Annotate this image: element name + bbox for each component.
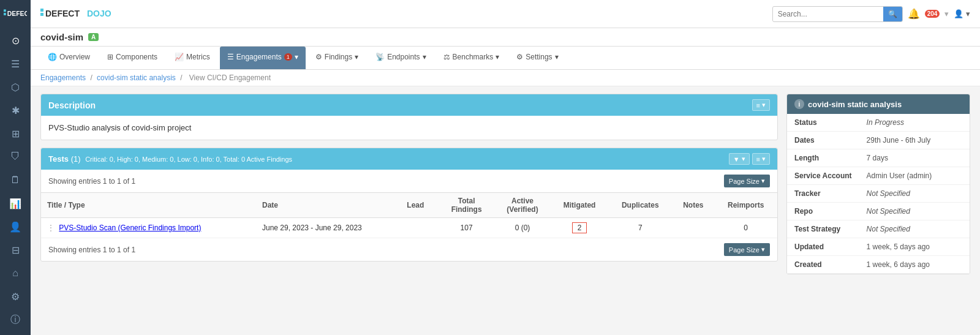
col-mitigated: Mitigated [551, 193, 608, 218]
description-card-body: PVS-Studio analysis of covid-sim project [41, 116, 777, 140]
sidebar-item-list[interactable]: ☰ [4, 53, 26, 75]
svg-text:DEFECT: DEFECT [7, 10, 27, 17]
sidebar-item-bugs[interactable]: ✱ [4, 99, 26, 121]
info-label-service-account: Service Account [787, 167, 859, 185]
description-card: Description ≡ ▾ PVS-Studio analysis of c… [40, 94, 778, 140]
showing-top: Showing entries 1 to 1 of 1 [48, 177, 135, 186]
tests-title: Tests [48, 154, 69, 164]
tab-settings[interactable]: ⚙ Settings ▾ [509, 47, 565, 69]
description-title: Description [48, 100, 96, 110]
showing-bottom: Showing entries 1 to 1 of 1 [48, 246, 135, 254]
user-menu[interactable]: 👤 ▾ [954, 9, 970, 18]
row-notes [672, 218, 714, 238]
topnav-right: 🔍 🔔 204 ▾ 👤 ▾ [772, 6, 970, 22]
notification-count[interactable]: 204 [925, 10, 940, 18]
info-label-repo: Repo [787, 203, 859, 220]
tab-engagements[interactable]: ☰ Engagements 1 ▾ [220, 47, 306, 69]
sidebar-item-inbox[interactable]: ⬡ [4, 76, 26, 98]
tab-components-label: Components [116, 53, 157, 61]
search-button[interactable]: 🔍 [883, 7, 902, 21]
breadcrumb-current: View CI/CD Engagement [189, 73, 271, 82]
info-circle-icon: i [794, 99, 804, 109]
description-menu-button[interactable]: ≡ ▾ [752, 99, 770, 111]
benchmarks-dropdown-icon: ▾ [496, 53, 499, 61]
settings-icon: ⚙ [516, 53, 523, 61]
page-size-dropdown-icon: ▾ [761, 177, 765, 185]
sidebar-item-table[interactable]: ⊟ [4, 239, 26, 261]
menu-icon: ≡ [756, 102, 760, 109]
tab-benchmarks-label: Benchmarks [453, 53, 494, 61]
sidebar-item-grid[interactable]: ⊞ [4, 122, 26, 145]
sidebar-item-file[interactable]: 🗒 [4, 169, 26, 191]
search-box[interactable]: 🔍 [772, 6, 903, 22]
left-panel: Description ≡ ▾ PVS-Studio analysis of c… [40, 94, 778, 328]
description-text: PVS-Studio analysis of covid-sim project [48, 123, 770, 132]
info-value-tracker: Not Specified [859, 185, 970, 203]
tab-engagements-label: Engagements [236, 53, 282, 61]
tab-endpoints[interactable]: 📡 Endpoints ▾ [368, 47, 433, 69]
tab-benchmarks[interactable]: ⚖ Benchmarks ▾ [436, 47, 507, 69]
info-value-created: 1 week, 6 days ago [859, 256, 970, 274]
col-reimports: Reimports [714, 193, 777, 218]
sidebar-item-home[interactable]: ⌂ [4, 262, 26, 284]
col-active: Active(Verified) [494, 193, 551, 218]
svg-text:DOJO: DOJO [87, 9, 111, 18]
tab-overview[interactable]: 🌐 Overview [40, 47, 97, 69]
row-date: June 29, 2023 - June 29, 2023 [256, 218, 401, 238]
info-row-service-account: Service Account Admin User (admin) [787, 167, 970, 185]
product-badge: A [88, 33, 99, 41]
engagements-dropdown-icon: ▾ [295, 53, 298, 61]
endpoints-dropdown-icon: ▾ [423, 53, 426, 61]
info-value-status: In Progress [859, 114, 970, 132]
sidebar-item-dashboard[interactable]: ⊙ [4, 29, 26, 51]
info-row-updated: Updated 1 week, 5 days ago [787, 238, 970, 256]
breadcrumb-sep-1: / [90, 73, 92, 82]
sidebar-item-chart[interactable]: 📊 [4, 192, 26, 214]
page-size-dropdown-icon-bottom: ▾ [761, 246, 765, 254]
settings-dropdown-icon: ▾ [555, 53, 559, 61]
app-logo: DEFECT DOJO [40, 6, 138, 23]
info-card-header: i covid-sim static analysis [787, 94, 970, 114]
tests-count: (1) [71, 154, 81, 164]
tab-metrics[interactable]: 📈 Metrics [167, 47, 217, 69]
search-input[interactable] [773, 7, 883, 21]
svg-text:DEFECT: DEFECT [45, 9, 80, 18]
tests-menu-icon: ≡ [756, 156, 760, 163]
svg-rect-4 [40, 13, 43, 16]
tab-components[interactable]: ⊞ Components [100, 47, 165, 69]
page-size-button-bottom[interactable]: Page Size ▾ [724, 243, 770, 256]
info-label-test-strategy: Test Strategy [787, 220, 859, 238]
svg-rect-0 [4, 9, 6, 12]
mitigated-value: 2 [572, 222, 587, 233]
dropdown-arrow: ▾ [762, 101, 766, 109]
info-label-dates: Dates [787, 132, 859, 149]
sidebar-item-gear[interactable]: ⚙ [4, 285, 26, 307]
row-mitigated: 2 [551, 218, 608, 238]
engagements-badge: 1 [284, 53, 292, 61]
product-nav: 🌐 Overview ⊞ Components 📈 Metrics ☰ Enga… [31, 47, 980, 70]
row-reimports: 0 [714, 218, 777, 238]
row-title-link[interactable]: PVS-Studio Scan (Generic Findings Import… [59, 224, 201, 232]
tab-settings-label: Settings [526, 53, 552, 61]
breadcrumb-engagements[interactable]: Engagements [40, 73, 86, 82]
breadcrumb-static-analysis[interactable]: covid-sim static analysis [97, 73, 176, 82]
notification-bell[interactable]: 🔔 [908, 8, 920, 20]
notif-dropdown[interactable]: ▾ [944, 9, 949, 18]
tests-filter-button[interactable]: ▼ ▾ [729, 153, 750, 165]
table-row: ⋮ PVS-Studio Scan (Generic Findings Impo… [41, 218, 777, 238]
info-label-status: Status [787, 114, 859, 132]
filter-icon: ▼ [733, 156, 740, 163]
breadcrumb: Engagements / covid-sim static analysis … [31, 70, 980, 86]
tab-findings[interactable]: ⚙ Findings ▾ [308, 47, 366, 69]
components-icon: ⊞ [107, 53, 113, 61]
sidebar-item-info[interactable]: ⓘ [4, 309, 26, 331]
page-size-button-top[interactable]: Page Size ▾ [724, 175, 770, 187]
info-card: i covid-sim static analysis Status In Pr… [786, 94, 970, 274]
topnav-left: DEFECT DOJO [40, 6, 138, 23]
sidebar-item-user[interactable]: 👤 [4, 216, 26, 238]
topnav: DEFECT DOJO 🔍 🔔 204 ▾ 👤 ▾ [31, 0, 980, 28]
sidebar-item-tree[interactable]: ⛉ [4, 146, 26, 168]
tests-menu-button[interactable]: ≡ ▾ [752, 153, 770, 165]
tests-menu-arrow: ▾ [762, 155, 766, 163]
row-title: ⋮ PVS-Studio Scan (Generic Findings Impo… [41, 218, 256, 238]
